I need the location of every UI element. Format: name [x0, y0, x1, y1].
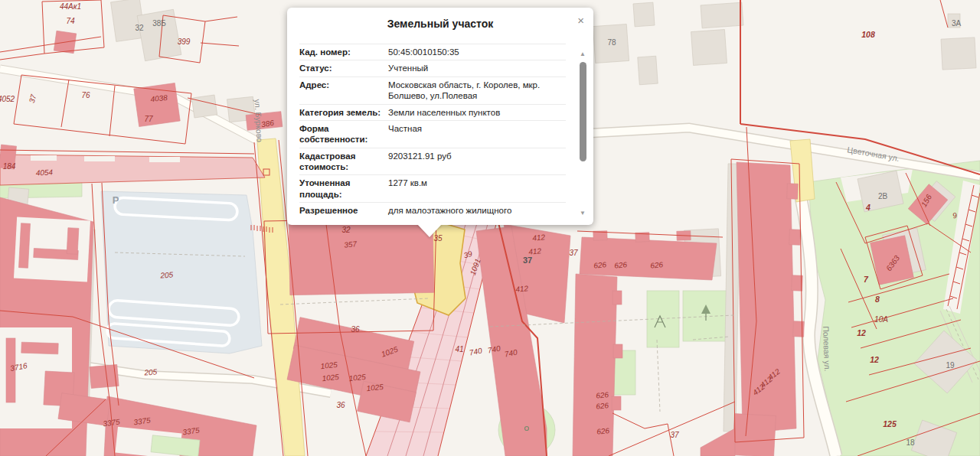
info-value: для малоэтажного жилищного	[388, 205, 566, 216]
map-label: 4052	[0, 95, 15, 103]
popup-pointer	[417, 224, 442, 237]
map-label: 32	[135, 24, 144, 32]
map-label: 626	[596, 390, 609, 400]
map-label: 44Ак1	[60, 2, 81, 11]
info-row: Кадастровая стоимость:9203121.91 руб	[299, 148, 566, 176]
popup-rows: Кад. номер:50:45:0010150:35Статус:Учтенн…	[299, 44, 566, 219]
map-label: 205	[143, 367, 158, 376]
parking-symbol: Р	[113, 194, 119, 206]
info-row: Форма собственности:Частная	[299, 121, 566, 148]
map-label: 78	[607, 38, 616, 47]
scroll-track[interactable]	[580, 58, 586, 210]
map-label: 412	[528, 246, 542, 256]
map-label: 399	[178, 37, 191, 46]
map-label: 740	[469, 346, 483, 357]
info-label: Категория земель:	[299, 107, 388, 118]
map-label: 412	[515, 284, 529, 294]
info-value: 1277 кв.м	[388, 178, 566, 200]
info-value: 50:45:0010150:35	[388, 47, 566, 57]
info-row: Уточненная площадь:1277 кв.м	[299, 175, 566, 203]
map-label: 19	[946, 361, 955, 370]
map-label: 76	[81, 91, 90, 99]
info-value: Учтенный	[388, 63, 566, 73]
map-label: 205	[159, 270, 174, 279]
map-label: 626	[596, 426, 610, 436]
info-label: Адрес:	[299, 80, 388, 102]
map-label: 2В	[878, 192, 888, 200]
map-label: 74	[66, 17, 75, 25]
info-label: Уточненная площадь:	[299, 178, 388, 200]
map-label: 184	[3, 162, 16, 171]
info-label: Статус:	[299, 63, 388, 73]
info-value: 9203121.91 руб	[388, 151, 566, 173]
map-label: 36	[351, 325, 360, 334]
info-row: Разрешенноедля малоэтажного жилищного	[299, 203, 566, 219]
map-label: 37	[28, 93, 38, 104]
map-label: 4054	[35, 168, 53, 177]
map-label: 12	[857, 328, 866, 337]
info-value: Частная	[388, 123, 566, 145]
map-label: 626	[614, 260, 628, 270]
map-label: 77	[144, 115, 153, 123]
popup-scrollbar[interactable]: ▲ ▼	[577, 50, 588, 217]
info-label: Кадастровая стоимость:	[299, 151, 388, 173]
map-label: 125	[883, 419, 897, 428]
map-label: 4	[865, 203, 871, 212]
popup-title: Земельный участок	[287, 8, 593, 37]
map-label: 626	[650, 260, 664, 270]
map-label: 108	[861, 30, 875, 39]
map-label: 10А	[874, 315, 888, 324]
map-label: 3А	[952, 19, 962, 28]
info-row: Статус:Учтенный	[299, 60, 566, 77]
map-label: 38Б	[152, 19, 166, 28]
info-value: Московская область, г. Королев, мкр. Бол…	[388, 80, 566, 102]
map-label: 8	[875, 295, 880, 304]
map-label: 36	[336, 401, 345, 409]
info-label: Кад. номер:	[299, 47, 388, 57]
map-label: 32	[341, 226, 351, 234]
cadastral-map-app: 44Ак1743238Б399405237764038773861844054Р…	[0, 0, 980, 456]
map-label: 37	[523, 256, 532, 265]
map-label: 37	[569, 249, 578, 257]
map-label: 357	[344, 239, 358, 249]
scroll-up-icon[interactable]: ▲	[580, 50, 586, 58]
info-row: Адрес:Московская область, г. Королев, мк…	[299, 77, 566, 105]
info-label: Форма собственности:	[299, 123, 388, 145]
info-row: Категория земель:Земли населенных пункто…	[299, 105, 566, 121]
map-label: 18	[906, 438, 915, 447]
street-label-polevaya: Полевая ул.	[822, 326, 832, 371]
scroll-thumb[interactable]	[580, 62, 586, 161]
map-parking-area	[101, 191, 262, 353]
map-label: 12	[870, 355, 879, 364]
info-label: Разрешенное	[299, 205, 388, 216]
info-row: Кад. номер:50:45:0010150:35	[299, 44, 566, 60]
map-label: 626	[596, 401, 609, 411]
map-label: 37	[670, 431, 679, 439]
close-icon[interactable]: ×	[577, 15, 584, 26]
info-value: Земли населенных пунктов	[388, 107, 566, 118]
scroll-down-icon[interactable]: ▼	[580, 210, 586, 217]
parcel-info-popup: Земельный участок × Кад. номер:50:45:001…	[287, 8, 593, 225]
map-label: 41	[455, 345, 463, 353]
map-label: 626	[593, 260, 607, 270]
map-label: 412	[532, 233, 546, 243]
